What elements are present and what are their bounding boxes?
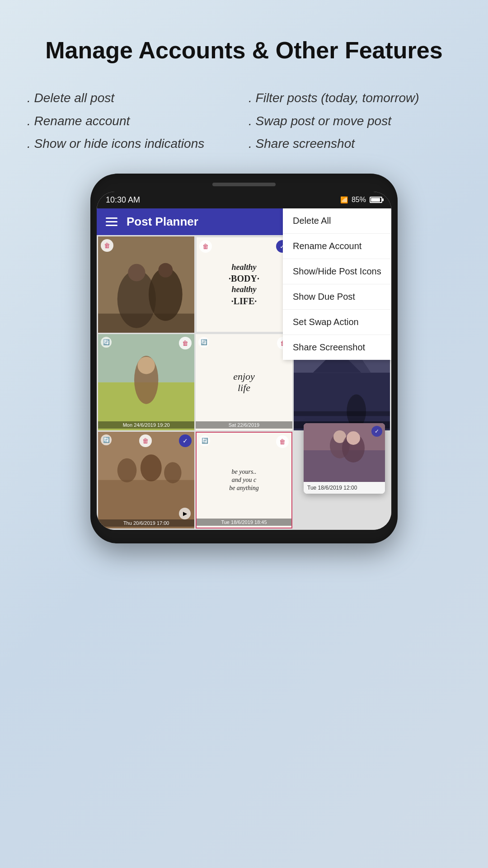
post-8-date: Tue 18/6/2019 18:45 xyxy=(197,519,291,526)
post-2-icons: 🗑 ✓ xyxy=(199,240,288,253)
post-7-clock: 🔄 xyxy=(101,434,112,445)
features-left: . Delete all post . Rename account . Sho… xyxy=(27,87,239,155)
post-1-trash[interactable]: 🗑 xyxy=(101,239,113,252)
menu-share-screenshot[interactable]: Share Screenshot xyxy=(283,335,391,360)
post-cell-1[interactable]: 🗑 xyxy=(98,236,194,333)
post-cell-5[interactable]: enjoylife 🔄 🗑 Sat 22/6/2019 xyxy=(196,334,292,430)
post-cell-7[interactable]: 🔄 🗑 ✓ ▶ Thu 20/6/2019 17:00 xyxy=(98,432,194,528)
app-title: Post Planner xyxy=(127,215,198,229)
menu-show-due-post[interactable]: Show Due Post xyxy=(283,284,391,310)
post-cell-4[interactable]: 🔄 🗑 Mon 24/6/2019 19:20 xyxy=(98,334,194,430)
feature-filter: . Filter posts (today, tomorrow) xyxy=(249,87,461,109)
svg-point-22 xyxy=(117,458,137,482)
post-8-trash[interactable]: 🗑 xyxy=(276,435,289,448)
app-header: Post Planner Delete All Rename Account S… xyxy=(97,208,391,235)
post-7-date: Thu 20/6/2019 17:00 xyxy=(98,519,194,527)
svg-point-24 xyxy=(164,462,181,483)
post-7-check[interactable]: ✓ xyxy=(179,434,192,447)
post-8-icons: 🔄 🗑 xyxy=(199,435,288,448)
page-title: Manage Accounts & Other Features xyxy=(27,36,461,64)
post-5-clock: 🔄 xyxy=(198,337,209,348)
preview-image: ✓ xyxy=(304,423,385,482)
svg-point-4 xyxy=(158,263,173,277)
dropdown-menu: Delete All Rename Account Show/Hide Post… xyxy=(283,208,391,360)
phone-screen: 10:30 AM 📶 85% Post Planner Delete All R… xyxy=(97,192,391,530)
post-4-clock: 🔄 xyxy=(101,337,112,348)
feature-show-hide: . Show or hide icons indications xyxy=(27,132,239,155)
post-7-icons: 🔄 🗑 ✓ xyxy=(101,434,192,447)
post-7-trash[interactable]: 🗑 xyxy=(139,434,152,447)
status-time: 10:30 AM xyxy=(106,195,140,205)
post-5-icons: 🔄 🗑 xyxy=(198,337,289,349)
phone-frame: 10:30 AM 📶 85% Post Planner Delete All R… xyxy=(90,174,398,543)
hamburger-menu[interactable] xyxy=(106,217,117,226)
menu-delete-all[interactable]: Delete All xyxy=(283,208,391,234)
battery-percent: 85% xyxy=(352,196,366,204)
post-2-trash[interactable]: 🗑 xyxy=(199,240,212,253)
wifi-icon: 📶 xyxy=(340,196,348,203)
feature-rename: . Rename account xyxy=(27,110,239,132)
svg-rect-19 xyxy=(294,411,390,416)
battery-icon xyxy=(370,197,382,203)
post-7-play[interactable]: ▶ xyxy=(179,508,191,519)
features-section: . Delete all post . Rename account . Sho… xyxy=(0,78,488,173)
svg-rect-5 xyxy=(98,313,194,333)
post-4-date: Mon 24/6/2019 19:20 xyxy=(98,421,194,429)
phone-notch xyxy=(212,183,276,186)
post-8-clock: 🔄 xyxy=(199,435,210,446)
status-right: 📶 85% xyxy=(340,196,382,204)
svg-point-23 xyxy=(141,454,162,481)
page-header: Manage Accounts & Other Features xyxy=(0,0,488,78)
menu-rename-account[interactable]: Rename Account xyxy=(283,234,391,259)
post-5-date: Sat 22/6/2019 xyxy=(196,421,292,429)
post-4-trash[interactable]: 🗑 xyxy=(179,337,192,349)
post-cell-2[interactable]: healthy ·BODY· healthy ·LIFE· 🗑 ✓ xyxy=(196,236,292,333)
preview-date: Tue 18/6/2019 12:00 xyxy=(304,482,385,494)
svg-point-3 xyxy=(128,264,145,281)
svg-point-30 xyxy=(347,431,360,445)
post-1-icons: 🗑 xyxy=(101,239,192,252)
features-right: . Filter posts (today, tomorrow) . Swap … xyxy=(249,87,461,155)
menu-set-swap-action[interactable]: Set Swap Action xyxy=(283,310,391,335)
menu-show-hide-icons[interactable]: Show/Hide Post Icons xyxy=(283,259,391,284)
svg-point-13 xyxy=(137,357,155,374)
post-cell-8[interactable]: be yours..and you cbe anything 🔄 🗑 Tue 1… xyxy=(196,432,292,528)
feature-swap: . Swap post or move post xyxy=(249,110,461,132)
feature-delete-all: . Delete all post xyxy=(27,87,239,109)
floating-preview: ✓ Tue 18/6/2019 12:00 xyxy=(304,423,385,494)
status-bar: 10:30 AM 📶 85% xyxy=(97,192,391,208)
post-4-icons: 🔄 🗑 xyxy=(101,337,192,349)
feature-share: . Share screenshot xyxy=(249,132,461,155)
